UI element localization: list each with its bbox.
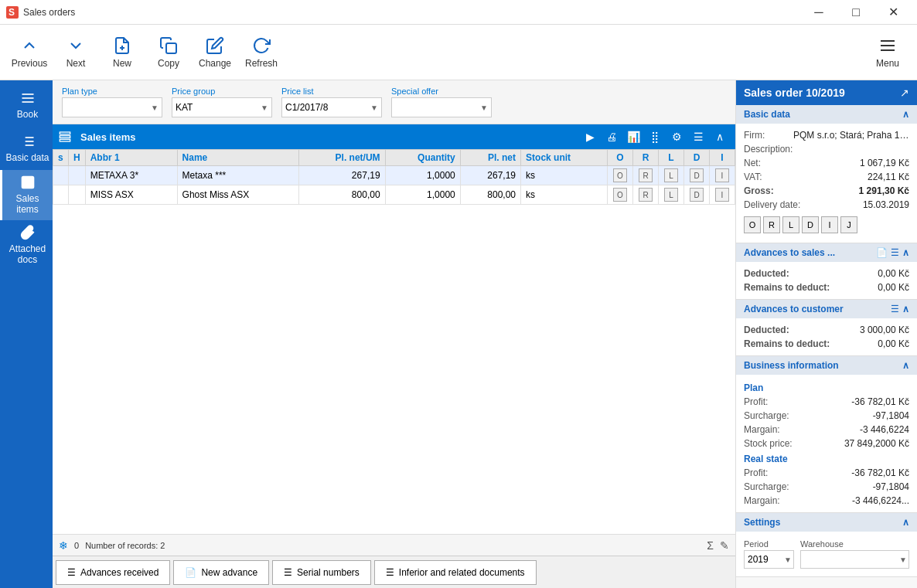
panel-header: Sales items ▶ 🖨 📊 ⣿ ⚙ ☰ ∧ — [53, 124, 735, 149]
vat-row: VAT: 224,11 Kč — [744, 170, 909, 184]
basic-data-header[interactable]: Basic data ∧ — [736, 105, 917, 124]
new-advance-label: New advance — [201, 567, 257, 578]
warehouse-select[interactable] — [804, 551, 905, 568]
sidebar-item-sales-items[interactable]: Sales items — [0, 170, 53, 220]
inferior-docs-tab[interactable]: ☰ Inferior and related documents — [374, 560, 537, 585]
change-button[interactable]: Change — [192, 28, 238, 77]
sum-button[interactable]: Σ — [707, 539, 714, 552]
real-margin-label: Margain: — [744, 495, 780, 506]
records-label: Number of records: 2 — [85, 541, 165, 550]
panel-print-btn[interactable]: 🖨 — [602, 127, 621, 146]
status-o-btn[interactable]: O — [613, 168, 627, 182]
sidebar-item-basic-data[interactable]: Basic data — [0, 127, 53, 170]
plan-margin-row: Margain: -3 446,6224 — [744, 423, 909, 437]
col-r: R — [633, 150, 659, 166]
customer-remains-value: 0,00 Kč — [878, 338, 909, 349]
new-advance-tab[interactable]: 📄 New advance — [173, 560, 269, 585]
orl-j-btn[interactable]: J — [840, 216, 857, 233]
copy-button[interactable]: Copy — [145, 28, 192, 77]
business-info-header[interactable]: Business information ∧ — [736, 356, 917, 375]
vat-value: 224,11 Kč — [868, 172, 909, 182]
orl-d-btn[interactable]: D — [802, 216, 819, 233]
new-button[interactable]: New — [99, 28, 145, 77]
period-label: Period — [744, 539, 794, 549]
sidebar-item-book[interactable]: Book — [0, 83, 53, 127]
price-list-select[interactable]: C1/2017/8 — [285, 98, 378, 117]
col-quantity: Quantity — [385, 150, 460, 166]
col-stock-unit: Stock unit — [521, 150, 608, 166]
basic-data-title: Basic data — [744, 109, 790, 120]
warehouse-field: Warehouse ▼ — [800, 539, 909, 569]
svg-rect-4 — [166, 43, 176, 53]
plan-stock-price-row: Stock price: 37 849,2000 Kč — [744, 437, 909, 450]
price-group-select[interactable]: KAT — [176, 98, 268, 117]
cell-pl-net: 800,00 — [460, 185, 520, 205]
settings-header[interactable]: Settings ∧ — [736, 513, 917, 532]
panel-collapse-btn[interactable]: ∧ — [711, 127, 729, 146]
panel-cols-btn[interactable]: ⣿ — [646, 127, 664, 146]
panel-settings-btn[interactable]: ⚙ — [667, 127, 686, 146]
orl-l-btn[interactable]: L — [782, 216, 799, 233]
previous-button[interactable]: Previous — [6, 28, 53, 77]
inferior-docs-icon: ☰ — [386, 567, 394, 578]
remains-label: Remains to deduct: — [744, 282, 830, 293]
special-offer-select[interactable] — [395, 98, 488, 117]
maximize-button[interactable]: □ — [838, 0, 874, 25]
real-margin-row: Margain: -3 446,6224... — [744, 494, 909, 508]
minimize-button[interactable]: ─ — [801, 0, 837, 25]
advances-to-customer-header[interactable]: Advances to customer ☰ ∧ — [736, 300, 917, 318]
book-icon — [20, 90, 36, 106]
panel-menu-btn[interactable]: ☰ — [689, 127, 707, 146]
advances-received-tab[interactable]: ☰ Advances received — [56, 560, 170, 585]
col-h: H — [69, 150, 86, 166]
panel-play-btn[interactable]: ▶ — [581, 127, 599, 146]
status-r-btn[interactable]: R — [639, 168, 653, 182]
orl-r-btn[interactable]: R — [763, 216, 780, 233]
window-controls: ─ □ ✕ — [801, 0, 911, 25]
sidebar-attached-docs-label: Attached docs — [5, 243, 49, 266]
net-row: Net: 1 067,19 Kč — [744, 156, 909, 170]
table-row[interactable]: MISS ASX Ghost Miss ASX 800,00 1,0000 80… — [53, 185, 735, 205]
orl-i-btn[interactable]: I — [821, 216, 838, 233]
refresh-button[interactable]: Refresh — [238, 28, 285, 77]
settings-section: Settings ∧ Period 2019 ▼ W — [736, 513, 917, 577]
edit-button[interactable]: ✎ — [720, 539, 729, 552]
deducted-row: Deducted: 0,00 Kč — [744, 267, 909, 280]
panel-chart-btn[interactable]: 📊 — [624, 127, 643, 146]
status-r-btn[interactable]: R — [639, 188, 653, 202]
sidebar-item-attached-docs[interactable]: Attached docs — [0, 220, 53, 270]
status-l-btn[interactable]: L — [664, 188, 678, 202]
right-panel-external-btn[interactable]: ↗ — [900, 87, 909, 99]
status-i-btn[interactable]: I — [715, 188, 729, 202]
close-button[interactable]: ✕ — [875, 0, 911, 25]
advances-sales-list-btn[interactable]: ☰ — [891, 247, 899, 258]
menu-icon — [878, 36, 897, 55]
status-i-btn[interactable]: I — [715, 168, 729, 182]
business-info-content: Plan Profit: -36 782,01 Kč Surcharge: -9… — [736, 375, 917, 512]
status-o-btn[interactable]: O — [613, 188, 627, 202]
bottom-tabs: ☰ Advances received 📄 New advance ☰ Seri… — [53, 556, 735, 588]
col-abbr1: Abbr 1 — [85, 150, 177, 166]
orl-o-btn[interactable]: O — [744, 216, 761, 233]
status-d-btn[interactable]: D — [690, 188, 704, 202]
advances-customer-list-btn[interactable]: ☰ — [891, 304, 899, 314]
cell-s — [53, 185, 69, 205]
right-panel: Sales order 10/2019 ↗ Basic data ∧ Firm:… — [735, 80, 917, 588]
plan-type-select[interactable] — [66, 98, 159, 117]
plan-profit-value: -36 782,01 Kč — [851, 396, 909, 407]
period-select[interactable]: 2019 — [748, 551, 790, 568]
sales-icon — [20, 175, 36, 190]
menu-button[interactable]: Menu — [864, 28, 911, 77]
advances-to-sales-header[interactable]: Advances to sales ... 📄 ☰ ∧ — [736, 243, 917, 262]
advances-sales-doc-btn[interactable]: 📄 — [876, 247, 888, 258]
next-button[interactable]: Next — [53, 28, 99, 77]
description-label: Description: — [744, 144, 793, 155]
table-row[interactable]: METAXA 3* Metaxa *** 267,19 1,0000 267,1… — [53, 166, 735, 185]
price-group-group: Price group KAT ▼ — [172, 87, 272, 117]
sidebar-book-label: Book — [17, 109, 38, 120]
table-header-row: s H Abbr 1 Name Pl. net/UM Quantity Pl. … — [53, 150, 735, 166]
svg-rect-17 — [22, 177, 33, 189]
serial-numbers-tab[interactable]: ☰ Serial numbers — [272, 560, 371, 585]
status-l-btn[interactable]: L — [664, 168, 678, 182]
status-d-btn[interactable]: D — [690, 168, 704, 182]
